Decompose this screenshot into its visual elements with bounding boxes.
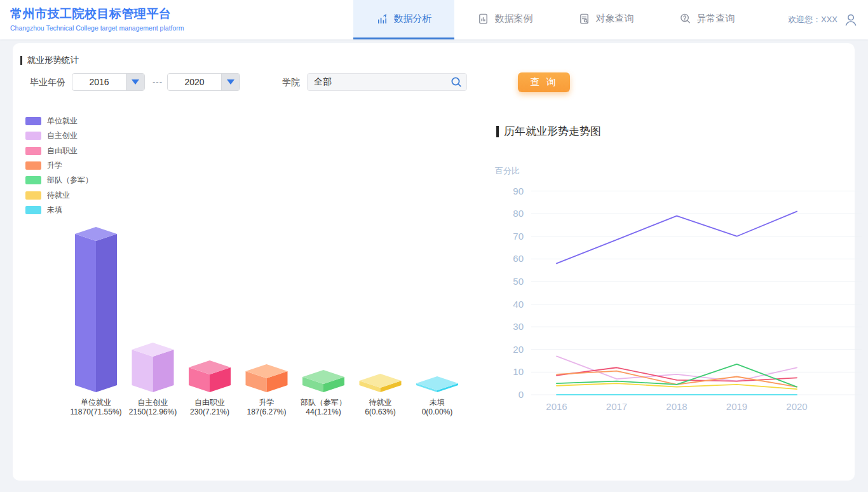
line-series-0	[557, 212, 797, 264]
year-range-label: 毕业年份	[30, 73, 65, 91]
legend-swatch	[25, 117, 41, 125]
bar-4	[302, 370, 344, 392]
legend-item-3[interactable]: 升学	[25, 158, 93, 173]
section-title: 就业形势统计	[20, 55, 79, 66]
x-tick-label: 2016	[546, 401, 567, 412]
bar-1	[132, 343, 174, 392]
y-tick-label: 60	[513, 253, 524, 264]
year-from-value: 2016	[72, 74, 126, 90]
bar-category-label: 自由职业	[194, 398, 225, 407]
year-to-dropdown-button[interactable]	[221, 74, 240, 90]
tab-label: 异常查询	[697, 13, 735, 25]
legend-item-1[interactable]: 自主创业	[25, 128, 93, 143]
year-from-dropdown-button[interactable]	[126, 74, 144, 90]
tab-1[interactable]: 数据分析	[353, 0, 454, 39]
y-tick-label: 70	[513, 231, 524, 242]
y-tick-label: 40	[513, 299, 524, 310]
bar-value-label: 44(1.21%)	[306, 407, 341, 416]
welcome-text: 欢迎您：XXX	[788, 14, 837, 25]
line-series-1	[557, 356, 797, 381]
tab-label: 数据案例	[495, 13, 533, 25]
college-label: 学院	[282, 73, 300, 91]
app-title: 常州市技工院校目标管理平台	[10, 6, 184, 22]
y-tick-label: 20	[513, 344, 524, 355]
bar-6	[416, 376, 458, 392]
y-tick-label: 0	[519, 389, 524, 400]
legend-label: 自主创业	[47, 130, 78, 141]
year-range-separator: ---	[149, 73, 166, 91]
bar-3	[246, 364, 288, 392]
x-tick-label: 2017	[606, 401, 627, 412]
college-input[interactable]	[308, 77, 446, 87]
line-chart-title: 历年就业形势走势图	[496, 124, 601, 139]
bar-category-label: 升学	[259, 398, 275, 407]
legend-label: 自由职业	[47, 146, 78, 156]
app-header: 常州市技工院校目标管理平台 Changzhou Technical Colleg…	[0, 0, 868, 39]
legend-item-5[interactable]: 待就业	[25, 188, 93, 202]
bar-0	[75, 227, 117, 392]
bar-2	[189, 360, 231, 392]
bar-chart-icon	[376, 13, 388, 25]
bar-value-label: 6(0.63%)	[365, 407, 396, 416]
app-subtitle: Changzhou Technical College target manag…	[10, 24, 184, 32]
main-nav: 数据分析数据案例对象查询异常查询	[353, 0, 757, 39]
y-tick-label: 10	[513, 366, 524, 377]
chevron-down-icon	[132, 79, 139, 85]
legend-item-4[interactable]: 部队（参军）	[25, 173, 93, 188]
bar-5	[360, 374, 402, 392]
legend-swatch	[25, 132, 41, 140]
bar-value-label: 0(0.00%)	[422, 407, 453, 416]
bar-category-label: 单位就业	[81, 398, 111, 407]
bar-category-label: 自主创业	[138, 398, 168, 407]
legend-label: 部队（参军）	[47, 175, 93, 186]
question-search-icon	[679, 13, 691, 25]
bar-value-label: 187(6.27%)	[247, 407, 286, 416]
bar-chart-legend: 单位就业自主创业自由职业升学部队（参军）待就业未填	[25, 114, 93, 217]
page: 常州市技工院校目标管理平台 Changzhou Technical Colleg…	[0, 0, 868, 492]
legend-item-0[interactable]: 单位就业	[25, 114, 93, 128]
legend-swatch	[25, 161, 41, 170]
legend-label: 待就业	[47, 190, 70, 201]
x-tick-label: 2019	[726, 401, 747, 412]
legend-label: 单位就业	[47, 116, 78, 126]
legend-swatch	[25, 191, 41, 200]
brand: 常州市技工院校目标管理平台 Changzhou Technical Colleg…	[10, 6, 184, 32]
bar-category-label: 部队（参军）	[300, 398, 346, 407]
year-from-select[interactable]: 2016	[72, 73, 145, 91]
bar-value-label: 230(7.21%)	[190, 407, 229, 416]
tab-label: 数据分析	[394, 13, 432, 25]
chevron-down-icon	[227, 79, 234, 85]
doc-chart-icon	[477, 13, 489, 25]
x-tick-label: 2018	[666, 401, 687, 412]
college-search-button[interactable]	[446, 74, 466, 90]
employment-bar-chart: 单位就业11870(71.55%)自主创业2150(12.96%)自由职业230…	[38, 219, 470, 429]
employment-trend-line-chart: 010203040506070809020162017201820192020	[489, 184, 864, 420]
college-input-wrap	[307, 73, 467, 91]
bar-category-label: 待就业	[369, 398, 392, 407]
year-to-value: 2020	[168, 74, 221, 90]
bar-value-label: 11870(71.55%)	[70, 407, 121, 416]
doc-search-icon	[578, 13, 590, 25]
query-button[interactable]: 查 询	[518, 72, 570, 92]
legend-label: 升学	[47, 160, 62, 171]
legend-swatch	[25, 176, 41, 184]
bar-category-label: 未填	[430, 398, 445, 407]
year-to-select[interactable]: 2020	[167, 73, 240, 91]
legend-item-2[interactable]: 自由职业	[25, 144, 93, 158]
y-tick-label: 80	[513, 208, 524, 219]
y-tick-label: 50	[513, 276, 524, 287]
tab-2[interactable]: 数据案例	[454, 0, 555, 39]
user-icon[interactable]	[844, 13, 858, 27]
y-tick-label: 90	[513, 186, 524, 196]
welcome-area: 欢迎您：XXX	[788, 0, 858, 39]
tab-label: 对象查询	[596, 13, 634, 25]
tab-3[interactable]: 对象查询	[555, 0, 656, 39]
legend-swatch	[25, 147, 41, 155]
line-chart-ylabel: 百分比	[495, 165, 520, 177]
x-tick-label: 2020	[786, 401, 807, 412]
y-tick-label: 30	[513, 321, 524, 332]
bar-value-label: 2150(12.96%)	[129, 407, 177, 416]
tab-4[interactable]: 异常查询	[656, 0, 757, 39]
legend-item-6[interactable]: 未填	[25, 203, 93, 217]
legend-swatch	[25, 206, 41, 214]
